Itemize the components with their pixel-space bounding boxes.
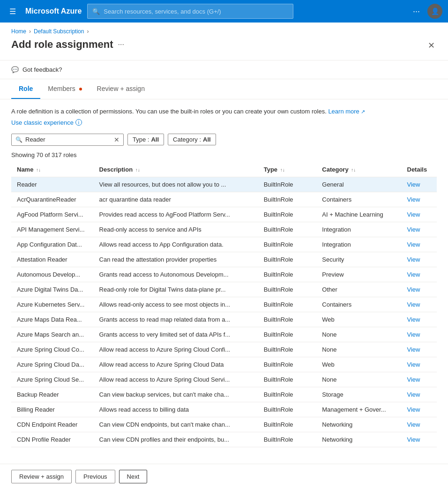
top-nav-more-options[interactable]: ···: [409, 5, 424, 18]
view-link[interactable]: View: [407, 301, 420, 308]
cell-details[interactable]: View: [402, 177, 437, 192]
cell-type: BuiltInRole: [258, 342, 317, 357]
cell-details[interactable]: View: [402, 252, 437, 267]
classic-experience-link[interactable]: Use classic experience i: [11, 119, 437, 126]
table-row[interactable]: CDN Endpoint ReaderCan view CDN endpoint…: [11, 417, 437, 432]
cell-name: Billing Reader: [11, 402, 94, 417]
cell-description: Allow read access to Azure Spring Cloud …: [94, 372, 258, 387]
cell-details[interactable]: View: [402, 312, 437, 327]
col-header-category[interactable]: Category ↑↓: [316, 162, 401, 177]
members-dot: [79, 88, 82, 90]
tab-role[interactable]: Role: [11, 79, 40, 99]
cell-details[interactable]: View: [402, 402, 437, 417]
cell-details[interactable]: View: [402, 207, 437, 222]
cell-name: CDN Endpoint Reader: [11, 417, 94, 432]
view-link[interactable]: View: [407, 406, 420, 413]
table-row[interactable]: Attestation ReaderCan read the attestati…: [11, 252, 437, 267]
table-row[interactable]: Azure Kubernetes Serv...Allows read-only…: [11, 297, 437, 312]
role-search-input[interactable]: [25, 136, 111, 143]
feedback-icon: 💬: [11, 66, 19, 73]
cell-category: Preview: [316, 267, 401, 282]
view-link[interactable]: View: [407, 181, 420, 188]
table-row[interactable]: Backup ReaderCan view backup services, b…: [11, 387, 437, 402]
view-link[interactable]: View: [407, 361, 420, 368]
cell-name: Azure Spring Cloud Co...: [11, 342, 94, 357]
previous-button[interactable]: Previous: [75, 470, 115, 483]
cell-details[interactable]: View: [402, 222, 437, 237]
global-search-box[interactable]: 🔍: [87, 4, 293, 19]
type-filter[interactable]: Type : All: [127, 134, 164, 145]
cell-details[interactable]: View: [402, 357, 437, 372]
table-row[interactable]: CDN Profile ReaderCan view CDN profiles …: [11, 432, 437, 447]
learn-more-link[interactable]: Learn more ↗: [328, 107, 365, 116]
breadcrumb-home[interactable]: Home: [11, 28, 26, 35]
view-link[interactable]: View: [407, 436, 420, 443]
classic-label: Use classic experience: [11, 119, 74, 126]
tab-review-assign[interactable]: Review + assign: [90, 79, 152, 99]
page-more-options[interactable]: ···: [118, 40, 124, 49]
cell-details[interactable]: View: [402, 327, 437, 342]
view-link[interactable]: View: [407, 211, 420, 218]
review-assign-button[interactable]: Review + assign: [11, 470, 72, 483]
view-link[interactable]: View: [407, 316, 420, 323]
table-row[interactable]: Azure Spring Cloud Da...Allow read acces…: [11, 357, 437, 372]
view-link[interactable]: View: [407, 196, 420, 203]
cell-details[interactable]: View: [402, 432, 437, 447]
view-link[interactable]: View: [407, 376, 420, 383]
view-link[interactable]: View: [407, 271, 420, 278]
table-row[interactable]: Azure Maps Data Rea...Grants access to r…: [11, 312, 437, 327]
col-header-type[interactable]: Type ↑↓: [258, 162, 317, 177]
global-search-input[interactable]: [104, 8, 288, 15]
view-link[interactable]: View: [407, 256, 420, 263]
view-link[interactable]: View: [407, 226, 420, 233]
cell-details[interactable]: View: [402, 192, 437, 207]
cell-details[interactable]: View: [402, 417, 437, 432]
breadcrumb-subscription[interactable]: Default Subscription: [34, 28, 84, 35]
view-link[interactable]: View: [407, 286, 420, 293]
cell-details[interactable]: View: [402, 387, 437, 402]
col-header-details: Details: [402, 162, 437, 177]
search-box[interactable]: 🔍 ✕: [11, 134, 124, 146]
cell-details[interactable]: View: [402, 267, 437, 282]
table-row[interactable]: Azure Spring Cloud Se...Allow read acces…: [11, 372, 437, 387]
table-row[interactable]: Billing ReaderAllows read access to bill…: [11, 402, 437, 417]
col-header-name[interactable]: Name ↑↓: [11, 162, 94, 177]
feedback-text[interactable]: Got feedback?: [22, 66, 62, 73]
cell-type: BuiltInRole: [258, 387, 317, 402]
table-row[interactable]: API Management Servi...Read-only access …: [11, 222, 437, 237]
table-row[interactable]: AgFood Platform Servi...Provides read ac…: [11, 207, 437, 222]
user-avatar[interactable]: 👤: [427, 4, 442, 19]
cell-description: Allow read access to Azure Spring Cloud …: [94, 342, 258, 357]
table-row[interactable]: Azure Maps Search an...Grants access to …: [11, 327, 437, 342]
close-button[interactable]: ✕: [426, 38, 437, 53]
cell-details[interactable]: View: [402, 342, 437, 357]
cell-details[interactable]: View: [402, 372, 437, 387]
table-row[interactable]: AcrQuarantineReaderacr quarantine data r…: [11, 192, 437, 207]
view-link[interactable]: View: [407, 391, 420, 398]
view-link[interactable]: View: [407, 331, 420, 338]
cell-category: Integration: [316, 237, 401, 252]
cell-details[interactable]: View: [402, 282, 437, 297]
tab-members[interactable]: Members: [40, 79, 89, 99]
cell-type: BuiltInRole: [258, 297, 317, 312]
tab-review-assign-label: Review + assign: [97, 85, 145, 92]
category-filter[interactable]: Category : All: [168, 134, 216, 145]
sort-category-icon: ↑↓: [351, 167, 356, 173]
scroll-container[interactable]: Home › Default Subscription › Add role a…: [0, 23, 448, 463]
table-row[interactable]: ReaderView all resources, but does not a…: [11, 177, 437, 192]
search-clear-button[interactable]: ✕: [114, 136, 119, 143]
table-row[interactable]: Azure Digital Twins Da...Read-only role …: [11, 282, 437, 297]
view-link[interactable]: View: [407, 421, 420, 428]
view-link[interactable]: View: [407, 346, 420, 353]
view-link[interactable]: View: [407, 241, 420, 248]
table-row[interactable]: Azure Spring Cloud Co...Allow read acces…: [11, 342, 437, 357]
hamburger-menu[interactable]: ☰: [6, 3, 20, 20]
external-link-icon: ↗: [361, 108, 365, 116]
table-row[interactable]: App Configuration Dat...Allows read acce…: [11, 237, 437, 252]
role-description-text: A role definition is a collection of per…: [11, 107, 437, 116]
col-header-description[interactable]: Description ↑↓: [94, 162, 258, 177]
cell-details[interactable]: View: [402, 297, 437, 312]
table-row[interactable]: Autonomous Develop...Grants read access …: [11, 267, 437, 282]
cell-details[interactable]: View: [402, 237, 437, 252]
next-button[interactable]: Next: [119, 470, 148, 483]
